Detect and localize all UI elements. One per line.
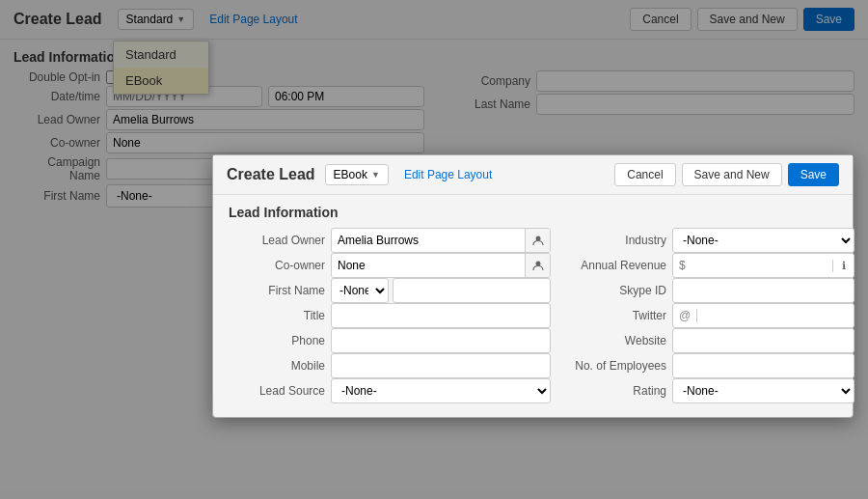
modal-layout-dropdown[interactable]: EBook ▼ (325, 164, 389, 185)
modal-annual-revenue-label: Annual Revenue (570, 259, 666, 272)
modal-form-grid: Lead Owner Co-owner (213, 228, 853, 417)
modal-phone-input[interactable] (331, 328, 551, 353)
modal-dropdown-chevron-icon: ▼ (371, 170, 380, 180)
modal-first-name-row: First Name -None- Mr. Ms. Mrs. Dr. (229, 278, 551, 303)
modal-twitter-field: @ (672, 303, 854, 328)
modal-skype-input[interactable] (672, 278, 854, 303)
modal-website-input[interactable] (672, 328, 854, 353)
modal-twitter-input[interactable] (697, 305, 854, 326)
modal-website-label: Website (570, 334, 666, 347)
modal-section-title: Lead Information (213, 195, 853, 228)
modal-lead-owner-input[interactable] (332, 230, 525, 251)
modal-lead-owner-field (331, 228, 551, 253)
modal-industry-select[interactable]: -None- Technology Finance (672, 228, 854, 253)
modal-phone-row: Phone (229, 328, 551, 353)
modal-mobile-input[interactable] (331, 353, 551, 378)
person-icon (532, 235, 544, 246)
modal-employees-label: No. of Employees (570, 359, 666, 373)
modal-header: Create Lead EBook ▼ Edit Page Layout Can… (213, 155, 853, 195)
modal-title-row: Title (229, 303, 551, 328)
modal-cancel-button[interactable]: Cancel (614, 163, 675, 186)
modal-rating-row: Rating -None- Hot Warm Cold (570, 378, 854, 403)
modal-annual-revenue-input[interactable] (673, 255, 832, 276)
twitter-at-symbol: @ (673, 309, 697, 322)
modal-twitter-row: Twitter @ (570, 303, 854, 328)
modal-co-owner-row: Co-owner (229, 253, 551, 278)
modal-actions: Cancel Save and New Save (614, 163, 839, 186)
modal-save-button[interactable]: Save (788, 163, 839, 186)
modal-employees-row: No. of Employees (570, 353, 854, 378)
modal-website-row: Website (570, 328, 854, 353)
modal-mobile-label: Mobile (229, 359, 325, 373)
modal-annual-revenue-field: ℹ (672, 253, 854, 278)
modal-co-owner-lookup-button[interactable] (525, 253, 550, 278)
modal-save-new-button[interactable]: Save and New (682, 163, 782, 186)
modal-title: Create Lead (227, 166, 315, 183)
svg-point-0 (535, 236, 540, 241)
modal-lead-owner-lookup-button[interactable] (525, 228, 550, 253)
modal-dropdown-label: EBook (334, 168, 367, 181)
modal-skype-label: Skype ID (570, 284, 666, 297)
svg-point-1 (535, 262, 540, 266)
modal-lead-source-row: Lead Source -None- Web Phone Email (229, 378, 551, 403)
modal-first-name-input[interactable] (393, 278, 551, 303)
modal-lead-owner-row: Lead Owner (229, 228, 551, 253)
modal-co-owner-input[interactable] (332, 255, 525, 276)
modal-industry-label: Industry (570, 234, 666, 247)
modal-title-input[interactable] (331, 303, 551, 328)
modal-first-name-fields: -None- Mr. Ms. Mrs. Dr. (331, 278, 551, 303)
modal-mobile-row: Mobile (229, 353, 551, 378)
modal-first-name-label: First Name (229, 284, 325, 297)
modal-co-owner-field (331, 253, 551, 278)
modal-twitter-label: Twitter (570, 309, 666, 322)
modal-rating-label: Rating (570, 384, 666, 398)
modal-left-col: Lead Owner Co-owner (229, 228, 551, 403)
modal-lead-source-label: Lead Source (229, 384, 325, 398)
modal-right-col: Industry -None- Technology Finance Annua… (570, 228, 854, 403)
modal-layout-link[interactable]: Edit Page Layout (404, 168, 492, 181)
modal-phone-label: Phone (229, 334, 325, 347)
modal-industry-row: Industry -None- Technology Finance (570, 228, 854, 253)
modal-lead-source-select[interactable]: -None- Web Phone Email (331, 378, 551, 403)
modal-salutation-select[interactable]: -None- Mr. Ms. Mrs. Dr. (331, 278, 389, 303)
create-lead-modal: Create Lead EBook ▼ Edit Page Layout Can… (212, 154, 854, 418)
modal-employees-input[interactable] (672, 353, 854, 378)
modal-co-owner-label: Co-owner (229, 259, 325, 272)
modal-annual-revenue-info-button[interactable]: ℹ (832, 260, 854, 272)
modal-rating-select[interactable]: -None- Hot Warm Cold (672, 378, 854, 403)
person-icon-2 (532, 260, 544, 271)
modal-lead-owner-label: Lead Owner (229, 234, 325, 247)
modal-skype-row: Skype ID (570, 278, 854, 303)
modal-title-label: Title (229, 309, 325, 322)
modal-annual-revenue-row: Annual Revenue ℹ (570, 253, 854, 278)
